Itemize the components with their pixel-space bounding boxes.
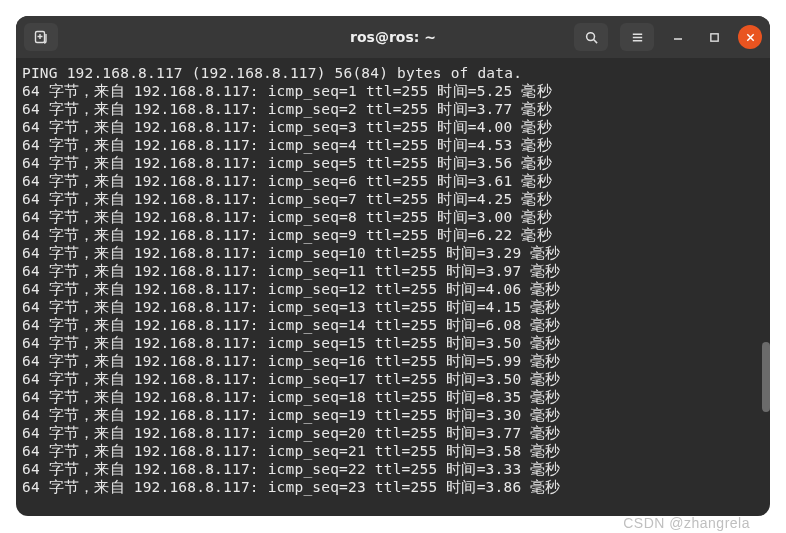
search-icon [584, 30, 599, 45]
minimize-button[interactable] [666, 25, 690, 49]
maximize-button[interactable] [702, 25, 726, 49]
hamburger-icon [630, 30, 645, 45]
close-icon [745, 32, 756, 43]
titlebar: ros@ros: ~ [16, 16, 770, 58]
minimize-icon [672, 31, 684, 43]
new-tab-icon [33, 29, 49, 45]
svg-point-1 [586, 32, 594, 40]
scrollbar-thumb[interactable] [762, 342, 770, 412]
titlebar-left [24, 23, 58, 51]
watermark-text: CSDN @zhangrela [623, 515, 750, 531]
titlebar-right [574, 23, 762, 51]
new-tab-button[interactable] [24, 23, 58, 51]
svg-rect-2 [710, 33, 717, 40]
window-title: ros@ros: ~ [350, 29, 436, 45]
search-button[interactable] [574, 23, 608, 51]
terminal-window: ros@ros: ~ [16, 16, 770, 516]
terminal-output[interactable]: PING 192.168.8.117 (192.168.8.117) 56(84… [16, 58, 770, 516]
menu-button[interactable] [620, 23, 654, 51]
close-button[interactable] [738, 25, 762, 49]
maximize-icon [709, 32, 720, 43]
